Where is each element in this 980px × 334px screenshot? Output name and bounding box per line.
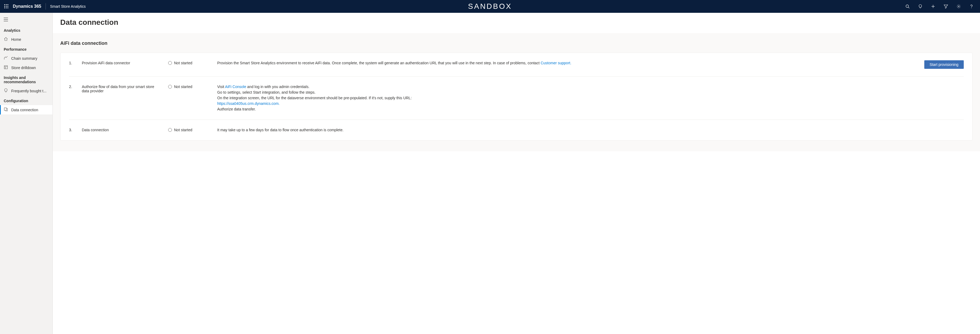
hamburger-icon[interactable] <box>0 15 52 25</box>
svg-line-10 <box>908 7 909 8</box>
step-title: Provision AiFi data connector <box>82 60 162 65</box>
sidebar-nav: AnalyticsHomePerformanceChain summarySto… <box>0 13 53 334</box>
sidebar-item-label: Store drilldown <box>11 66 36 70</box>
step-action: Start provisioning <box>924 60 964 69</box>
step-status: Not started <box>168 60 211 65</box>
svg-rect-17 <box>4 66 8 69</box>
help-icon[interactable] <box>965 0 978 13</box>
store-icon <box>4 65 8 70</box>
filter-icon[interactable] <box>940 0 952 13</box>
main-content: Data connection AiFi data connection 1.P… <box>53 13 980 334</box>
step-text: Provision the Smart Store Analytics envi… <box>217 61 541 65</box>
svg-point-13 <box>958 6 959 7</box>
svg-rect-0 <box>4 4 5 5</box>
start-provisioning-button[interactable]: Start provisioning <box>924 60 964 69</box>
nav-group-title: Performance <box>0 44 52 54</box>
step-text: On the integration screen, the URL for t… <box>217 96 412 100</box>
step-desc-line: https://ssa0405us.crm.dynamics.com. <box>217 101 957 106</box>
chart-icon <box>4 56 8 61</box>
status-circle-icon <box>168 128 172 132</box>
step-status: Not started <box>168 127 211 132</box>
step-status-text: Not started <box>174 61 192 65</box>
step-number: 2. <box>69 84 75 89</box>
sidebar-item-home[interactable]: Home <box>0 35 52 44</box>
lightbulb-icon[interactable] <box>914 0 927 13</box>
nav-group-title: Insights and recommendations <box>0 72 52 86</box>
section-title: AiFi data connection <box>60 40 972 46</box>
step-status: Not started <box>168 84 211 89</box>
sidebar-item-label: Home <box>11 37 21 42</box>
step-title: Authorize flow of data from your smart s… <box>82 84 162 93</box>
app-title[interactable]: Dynamics 365 <box>13 4 41 9</box>
step-desc-line: Go to settings, select Start integration… <box>217 89 957 95</box>
svg-rect-1 <box>6 4 7 5</box>
step-status-text: Not started <box>174 85 192 89</box>
app-subtitle[interactable]: Smart Store Analytics <box>50 4 86 8</box>
sidebar-item-chain-summary[interactable]: Chain summary <box>0 54 52 63</box>
step-text: It may take up to a few days for data to… <box>217 128 344 132</box>
step-link[interactable]: AiFi Console <box>225 85 246 89</box>
sidebar-item-store-drilldown[interactable]: Store drilldown <box>0 63 52 72</box>
step-number: 1. <box>69 60 75 65</box>
step-link[interactable]: Customer support. <box>541 61 571 65</box>
step-text: Visit <box>217 85 225 89</box>
home-icon <box>4 37 8 42</box>
svg-point-9 <box>906 5 908 8</box>
settings-icon[interactable] <box>952 0 965 13</box>
step-desc-line: On the integration screen, the URL for t… <box>217 95 957 101</box>
step-title: Data connection <box>82 127 162 132</box>
step-desc-line: Authorize data transfer. <box>217 106 957 112</box>
svg-rect-4 <box>6 6 7 7</box>
sidebar-item-label: Data connection <box>11 108 38 112</box>
sidebar-item-frequently-bought-t[interactable]: Frequently bought t... <box>0 86 52 96</box>
page-title: Data connection <box>60 18 972 27</box>
nav-group-title: Analytics <box>0 25 52 35</box>
environment-badge: SANDBOX <box>468 2 512 11</box>
svg-rect-5 <box>8 6 8 7</box>
step-row: 1.Provision AiFi data connectorNot start… <box>69 53 964 77</box>
header-actions <box>901 0 978 13</box>
search-icon[interactable] <box>901 0 914 13</box>
data-icon <box>4 107 8 112</box>
step-link[interactable]: https://ssa0405us.crm.dynamics.com. <box>217 101 280 105</box>
step-description: Visit AiFi Console and log in with you a… <box>217 84 964 112</box>
svg-rect-7 <box>6 8 7 8</box>
svg-rect-3 <box>4 6 5 7</box>
step-status-text: Not started <box>174 128 192 132</box>
step-row: 3.Data connectionNot startedIt may take … <box>69 120 964 140</box>
global-header: Dynamics 365 Smart Store Analytics SANDB… <box>0 0 980 13</box>
step-text: and log in with you admin credentials. <box>246 85 309 89</box>
sidebar-item-label: Frequently bought t... <box>11 89 46 93</box>
step-text: Authorize data transfer. <box>217 107 256 111</box>
nav-group-title: Configuration <box>0 96 52 105</box>
step-desc-line: Visit AiFi Console and log in with you a… <box>217 84 957 89</box>
step-description: It may take up to a few days for data to… <box>217 127 964 133</box>
status-circle-icon <box>168 85 172 89</box>
svg-rect-2 <box>8 4 8 5</box>
svg-rect-8 <box>8 8 8 8</box>
step-row: 2.Authorize flow of data from your smart… <box>69 77 964 120</box>
svg-rect-6 <box>4 8 5 8</box>
bulb-icon <box>4 88 8 93</box>
app-launcher-icon[interactable] <box>2 0 11 13</box>
sidebar-item-data-connection[interactable]: Data connection <box>0 105 52 115</box>
step-number: 3. <box>69 127 75 132</box>
step-text: Go to settings, select Start integration… <box>217 90 315 94</box>
add-icon[interactable] <box>927 0 940 13</box>
step-description: Provision the Smart Store Analytics envi… <box>217 60 918 66</box>
status-circle-icon <box>168 61 172 65</box>
svg-rect-20 <box>4 108 6 110</box>
sidebar-item-label: Chain summary <box>11 56 37 61</box>
steps-card: 1.Provision AiFi data connectorNot start… <box>60 53 972 141</box>
